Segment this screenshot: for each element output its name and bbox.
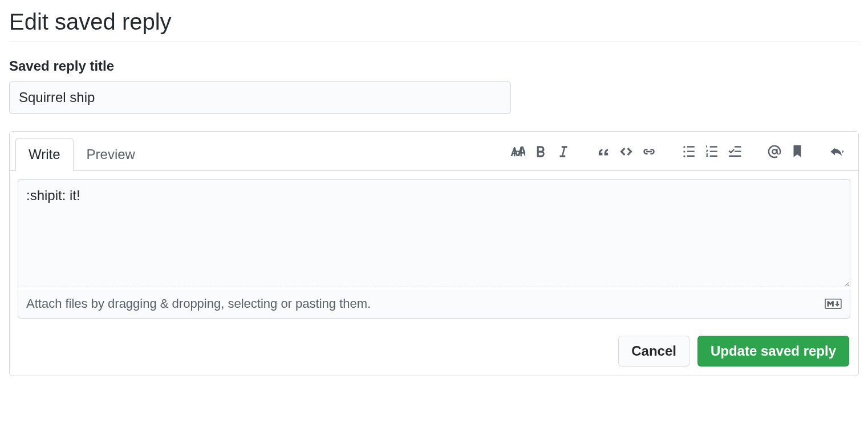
toolbar-group-text: AA xyxy=(508,142,573,161)
saved-replies-icon[interactable] xyxy=(788,142,807,161)
title-label: Saved reply title xyxy=(9,58,859,74)
ordered-list-icon[interactable] xyxy=(702,142,721,161)
form-actions: Cancel Update saved reply xyxy=(10,327,858,376)
tab-write[interactable]: Write xyxy=(15,138,74,171)
divider xyxy=(9,42,859,42)
editor-body-wrap: Attach files by dragging & dropping, sel… xyxy=(10,171,858,327)
toolbar-group-reply xyxy=(828,142,847,161)
link-icon[interactable] xyxy=(639,142,659,161)
toolbar-group-list xyxy=(679,142,744,161)
title-input[interactable] xyxy=(9,81,511,114)
tab-preview[interactable]: Preview xyxy=(74,138,148,171)
task-list-icon[interactable] xyxy=(725,142,744,161)
attach-hint: Attach files by dragging & dropping, sel… xyxy=(26,296,371,311)
page-title: Edit saved reply xyxy=(9,9,859,35)
markdown-icon[interactable] xyxy=(825,299,842,309)
toolbar-group-mention xyxy=(765,142,807,161)
attach-row[interactable]: Attach files by dragging & dropping, sel… xyxy=(18,290,850,319)
mention-icon[interactable] xyxy=(765,142,784,161)
unordered-list-icon[interactable] xyxy=(679,142,699,161)
editor-tabs: Write Preview xyxy=(15,137,148,170)
italic-icon[interactable] xyxy=(554,142,573,161)
bold-icon[interactable] xyxy=(531,142,550,161)
reply-icon[interactable] xyxy=(828,142,847,161)
heading-icon[interactable]: AA xyxy=(508,142,528,161)
editor-tabnav: Write Preview AA xyxy=(10,132,858,171)
body-textarea[interactable] xyxy=(18,179,850,287)
toolbar-group-quote xyxy=(594,142,659,161)
submit-button[interactable]: Update saved reply xyxy=(697,336,849,366)
quote-icon[interactable] xyxy=(594,142,613,161)
cancel-button[interactable]: Cancel xyxy=(618,336,689,366)
code-icon[interactable] xyxy=(616,142,636,161)
svg-text:A: A xyxy=(517,144,525,159)
editor-toolbar: AA xyxy=(491,142,853,166)
editor: Write Preview AA xyxy=(9,131,859,376)
